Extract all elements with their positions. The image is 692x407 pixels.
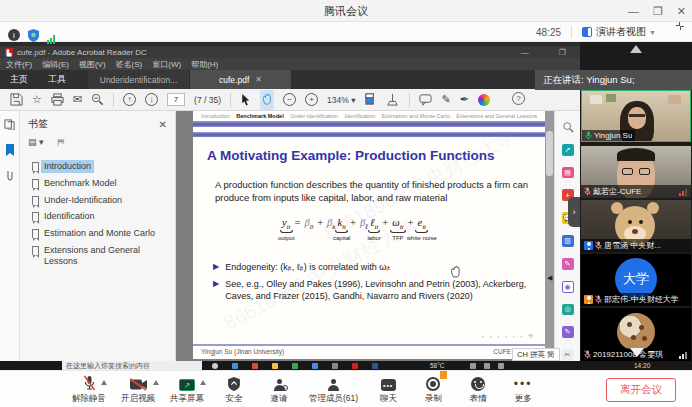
menu-edit[interactable]: 编辑(E) bbox=[42, 59, 69, 70]
close-bookmarks-icon[interactable]: ✕ bbox=[159, 119, 167, 130]
taskbar-app-icon[interactable] bbox=[252, 363, 258, 369]
minimize-icon[interactable]: — bbox=[628, 5, 639, 17]
more-button[interactable]: ••• 更多 bbox=[508, 374, 538, 405]
share-options-caret[interactable] bbox=[200, 380, 206, 385]
start-video-button[interactable]: 开启视频 bbox=[121, 374, 155, 405]
taskbar-search-input[interactable]: 在这里输入你要搜索的内容 bbox=[62, 361, 202, 370]
comment-icon[interactable] bbox=[419, 93, 432, 106]
menu-window[interactable]: 窗口(W) bbox=[152, 59, 181, 70]
organize-pages-icon[interactable]: ▤ bbox=[562, 167, 574, 179]
security-button[interactable]: 安全 bbox=[219, 374, 249, 405]
search-tools-icon[interactable] bbox=[562, 121, 574, 133]
select-tool-icon[interactable] bbox=[240, 93, 251, 106]
taskbar-app-icon[interactable] bbox=[372, 363, 378, 369]
mic-options-caret[interactable] bbox=[101, 380, 107, 385]
section-introduction[interactable]: Introduction bbox=[201, 113, 230, 119]
scroll-participants-up-icon[interactable] bbox=[630, 45, 642, 53]
add-bookmark-icon[interactable]: ⛿ bbox=[58, 137, 65, 148]
taskbar-app-icon[interactable] bbox=[312, 363, 318, 369]
tray-icon[interactable] bbox=[470, 363, 476, 369]
video-options-caret[interactable] bbox=[153, 380, 159, 385]
record-button[interactable]: 录制 bbox=[418, 374, 448, 405]
emoji-button[interactable]: 表情 bbox=[463, 374, 493, 405]
share-screen-button[interactable]: ↗ 共享屏幕 bbox=[170, 374, 204, 405]
ime-bar[interactable]: CH 拼英 简 bbox=[512, 348, 560, 361]
page-thumbnails-icon[interactable] bbox=[4, 119, 15, 130]
fill-sign-icon[interactable]: ✎ bbox=[562, 326, 574, 338]
bookmarks-panel-icon[interactable] bbox=[5, 144, 15, 156]
invite-button[interactable]: + 邀请 bbox=[264, 374, 294, 405]
taskbar-app-icon[interactable] bbox=[212, 363, 218, 369]
bookmark-item-identification[interactable]: Identification bbox=[20, 208, 175, 225]
hand-tool-icon[interactable] bbox=[260, 90, 274, 110]
export-pdf-icon[interactable]: ↗ bbox=[562, 144, 574, 156]
view-mode-button[interactable]: 演讲者视图 ▼ bbox=[582, 25, 656, 39]
acrobat-minimize-icon[interactable]: — bbox=[521, 48, 529, 57]
help-icon[interactable]: ? bbox=[512, 92, 525, 105]
presentation-pointer-icon[interactable] bbox=[386, 93, 400, 106]
meeting-info-icon[interactable]: i bbox=[8, 29, 20, 41]
close-icon[interactable]: ✕ bbox=[677, 5, 686, 18]
color-tools-icon[interactable] bbox=[478, 94, 490, 106]
bookmark-options-icon[interactable]: ▤ ▾ bbox=[28, 137, 44, 148]
page-number-input[interactable]: 7 bbox=[167, 93, 185, 106]
tab-tools[interactable]: 工具 bbox=[38, 70, 76, 89]
video-tile-dairuochen[interactable]: 戴若尘-CUFE bbox=[581, 146, 691, 198]
unmute-button[interactable]: 解除静音 bbox=[72, 374, 106, 405]
chat-button[interactable]: ••• 聊天 bbox=[373, 374, 403, 405]
restore-icon[interactable]: ❐ bbox=[653, 5, 663, 18]
zoom-level-select[interactable]: 134% ▾ bbox=[327, 95, 355, 105]
pencil-icon[interactable]: ✎ bbox=[441, 94, 450, 105]
protect-pdf-icon[interactable]: ◉ bbox=[562, 281, 574, 293]
next-page-icon[interactable]: ↓ bbox=[145, 93, 158, 106]
menu-sign[interactable]: 签名(S) bbox=[116, 59, 143, 70]
edit-pdf-icon[interactable]: ✎ bbox=[562, 258, 574, 270]
section-extensions[interactable]: Extensions and General Lessons bbox=[456, 113, 537, 119]
bookmark-item-extensions[interactable]: Extensions and General Lessons bbox=[20, 242, 175, 270]
tab-home[interactable]: 主页 bbox=[0, 70, 38, 89]
acrobat-restore-icon[interactable]: ❐ bbox=[559, 48, 566, 57]
close-tab-icon[interactable]: ✕ bbox=[255, 75, 262, 84]
collapse-video-panel-handle[interactable]: › bbox=[568, 197, 580, 227]
video-tile-tangxuehan[interactable]: 唐雪涵 中央财... bbox=[581, 200, 691, 252]
taskbar-app-icon[interactable] bbox=[232, 363, 238, 369]
network-signal-icon[interactable] bbox=[47, 26, 56, 44]
section-under-identification[interactable]: Under-Identification bbox=[290, 113, 338, 119]
bookmark-item-introduction[interactable]: Introduction bbox=[20, 158, 175, 175]
bookmark-item-under-identification[interactable]: Under-Identification bbox=[20, 192, 175, 209]
menu-file[interactable]: 文件(F) bbox=[6, 59, 32, 70]
taskbar-app-icon[interactable] bbox=[352, 363, 358, 369]
previous-page-icon[interactable]: ↑ bbox=[123, 93, 136, 106]
taskbar-app-icon[interactable] bbox=[272, 363, 278, 369]
combine-files-icon[interactable]: ▥ bbox=[562, 235, 574, 247]
tray-icon[interactable] bbox=[484, 363, 490, 369]
print-icon[interactable] bbox=[51, 93, 64, 106]
menu-view[interactable]: 视图(V) bbox=[79, 59, 106, 70]
bookmark-item-estimation-monte-carlo[interactable]: Estimation and Monte Carlo bbox=[20, 225, 175, 242]
doc-tab-underidentification[interactable]: Underidentification... bbox=[88, 70, 190, 89]
save-icon[interactable] bbox=[10, 93, 23, 106]
page-display-icon[interactable] bbox=[364, 93, 377, 106]
menu-help[interactable]: 帮助(H) bbox=[191, 59, 218, 70]
taskbar-app-icon[interactable] bbox=[332, 363, 338, 369]
zoom-in-icon[interactable]: + bbox=[305, 93, 318, 106]
tray-icon[interactable] bbox=[498, 363, 504, 369]
security-shield-icon[interactable] bbox=[28, 29, 39, 42]
doc-tab-cufe[interactable]: cufe.pdf✕ bbox=[190, 70, 292, 89]
compress-pdf-icon[interactable]: ◎ bbox=[562, 304, 574, 316]
attachments-icon[interactable] bbox=[5, 170, 15, 182]
video-tile-shaohongwei[interactable]: 大学 邵宏伟-中央财经大学 bbox=[581, 254, 691, 306]
section-benchmark-model[interactable]: Benchmark Model bbox=[236, 113, 283, 119]
bookmark-item-benchmark-model[interactable]: Benchmark Model bbox=[20, 175, 175, 192]
sign-icon[interactable]: ✒ bbox=[460, 94, 469, 105]
email-icon[interactable]: ✉ bbox=[73, 94, 82, 105]
collapse-participants-icon[interactable] bbox=[630, 348, 644, 357]
leave-meeting-button[interactable]: 离开会议 bbox=[606, 378, 676, 402]
collapse-tools-arrow-icon[interactable]: ◀ bbox=[547, 274, 552, 282]
zoom-out-icon[interactable]: − bbox=[283, 93, 296, 106]
taskbar-app-icon[interactable] bbox=[292, 363, 298, 369]
scrollbar-thumb[interactable] bbox=[546, 131, 553, 176]
zoom-search-icon[interactable] bbox=[91, 93, 104, 106]
star-icon[interactable]: ☆ bbox=[32, 94, 42, 105]
manage-members-button[interactable]: 管理成员(61) bbox=[309, 374, 358, 405]
